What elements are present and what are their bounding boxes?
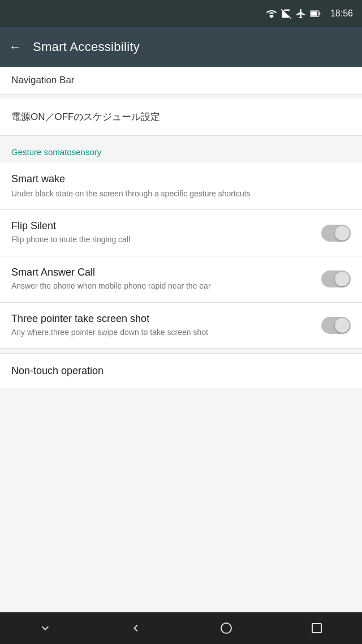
smart-wake-title: Smart wake — [11, 173, 351, 185]
smart-answer-call-title: Smart Answer Call — [11, 267, 312, 278]
flip-silent-toggle[interactable] — [321, 225, 351, 242]
bottom-navigation — [0, 612, 362, 644]
status-bar: 18:56 — [0, 0, 362, 27]
smart-answer-call-toggle[interactable] — [321, 271, 351, 287]
notifications-button[interactable] — [28, 617, 62, 639]
status-icons — [266, 8, 321, 19]
home-button[interactable] — [209, 617, 243, 639]
smart-answer-call-content: Smart Answer Call Answer the phone when … — [11, 267, 321, 292]
recent-apps-icon — [310, 621, 324, 635]
svg-rect-1 — [311, 11, 317, 16]
non-touch-operation-item[interactable]: Non-touch operation — [0, 353, 362, 388]
recent-apps-button[interactable] — [300, 617, 334, 639]
app-bar-title: Smart Accessibility — [33, 40, 140, 54]
smart-wake-description: Under black state on the screen through … — [11, 188, 351, 200]
svg-rect-2 — [319, 12, 321, 14]
sim-off-icon — [281, 8, 292, 19]
wifi-icon — [266, 8, 277, 19]
three-pointer-title: Three pointer take screen shot — [11, 313, 312, 325]
flip-silent-content: Flip Silent Flip phone to mute the ringi… — [11, 220, 321, 246]
svg-point-3 — [221, 623, 231, 633]
svg-rect-4 — [312, 624, 321, 633]
smart-answer-call-item[interactable]: Smart Answer Call Answer the phone when … — [0, 256, 362, 303]
chevron-down-icon — [38, 621, 52, 635]
smart-answer-call-description: Answer the phone when mobile phone rapid… — [11, 281, 312, 292]
airplane-icon — [295, 8, 307, 19]
non-touch-operation-label: Non-touch operation — [11, 365, 104, 376]
flip-silent-description: Flip phone to mute the ringing call — [11, 234, 312, 246]
gesture-section-header: Gesture somatosensory — [0, 136, 362, 163]
flip-silent-title: Flip Silent — [11, 220, 312, 232]
battery-icon — [310, 8, 321, 19]
three-pointer-item[interactable]: Three pointer take screen shot Any where… — [0, 303, 362, 349]
three-pointer-content: Three pointer take screen shot Any where… — [11, 313, 321, 338]
gesture-section-label: Gesture somatosensory — [11, 147, 101, 157]
app-bar: ← Smart Accessibility — [0, 27, 362, 67]
navigation-bar-label: Navigation Bar — [11, 75, 75, 85]
schedule-label: 電源ON／OFFのスケジュール設定 — [11, 111, 161, 122]
status-time: 18:56 — [330, 8, 353, 19]
schedule-item[interactable]: 電源ON／OFFのスケジュール設定 — [0, 99, 362, 136]
three-pointer-toggle[interactable] — [321, 317, 351, 334]
back-button[interactable]: ← — [9, 40, 21, 54]
content-area: Navigation Bar 電源ON／OFFのスケジュール設定 Gesture… — [0, 67, 362, 612]
smart-wake-item[interactable]: Smart wake Under black state on the scre… — [0, 163, 362, 211]
back-nav-icon — [129, 621, 143, 635]
home-icon — [219, 621, 233, 635]
three-pointer-description: Any where,three pointer swipe down to ta… — [11, 327, 312, 338]
navigation-bar-item[interactable]: Navigation Bar — [0, 67, 362, 95]
flip-silent-item[interactable]: Flip Silent Flip phone to mute the ringi… — [0, 210, 362, 256]
back-nav-button[interactable] — [119, 617, 153, 639]
